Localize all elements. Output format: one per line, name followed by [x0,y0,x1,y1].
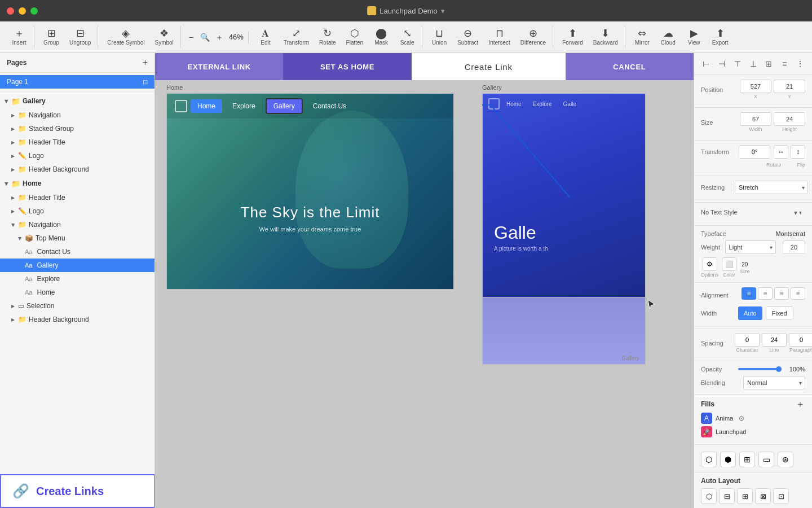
y-input[interactable] [774,80,805,93]
mirror-button[interactable]: ⇔ Mirror [630,26,655,48]
layer-navigation-home[interactable]: ▶ 📁 Navigation [0,218,155,231]
zoom-icon-button[interactable]: 🔍 [198,31,212,43]
line-spacing-input[interactable] [762,333,787,347]
create-symbol-button[interactable]: ◈ Create Symbol [103,26,149,48]
layer-header-title-gallery[interactable]: ▶ 📁 Header Title [0,135,155,149]
auto-layout-btn-1[interactable]: ⬡ [701,488,717,504]
align-left-edges[interactable]: ⊢ [699,56,713,71]
zoom-out-button[interactable]: − [186,31,197,43]
difference-button[interactable]: ⊕ Difference [516,26,550,48]
layer-logo-home[interactable]: ▶ ✏️ Logo [0,204,155,218]
gallery-artboard[interactable]: Home Explore Galle Galle A picture is wo… [482,93,646,297]
rotate-button[interactable]: ↻ Rotate [315,26,340,48]
symbol-button[interactable]: ❖ Symbol [151,26,178,48]
cancel-button[interactable]: CANCEL [566,53,694,80]
layer-contact-us[interactable]: Aa Contact Us [0,245,155,259]
home-artboard[interactable]: Home Explore Gallery Contact Us The Sky … [166,93,454,290]
flip-horizontal-button[interactable]: ↔ [774,145,788,159]
align-left-text[interactable]: ≡ [742,287,756,300]
plugin-icon-2[interactable]: ⬢ [720,452,736,467]
layer-header-title-home[interactable]: ▶ 📁 Header Title [0,191,155,204]
view-button[interactable]: ▶ View [682,26,707,48]
layer-navigation-gallery[interactable]: ▶ 📁 Navigation [0,108,155,122]
subtract-button[interactable]: ⊖ Subtract [453,26,483,48]
layer-header-bg-gallery[interactable]: ▶ 📁 Header Background [0,163,155,176]
layer-selection[interactable]: ▶ ▭ Selection [0,299,155,313]
plugin-icon-4[interactable]: ▭ [758,452,774,467]
layer-home-item[interactable]: Aa Home [0,286,155,299]
align-top-edges[interactable]: ⊥ [746,56,761,71]
cloud-button[interactable]: ☁ Cloud [656,26,681,48]
nav-gallery[interactable]: Gallery [266,98,303,114]
ungroup-button[interactable]: ⊟ Ungroup [65,26,95,48]
nav-contact[interactable]: Contact Us [306,99,353,113]
rotate-input[interactable] [739,145,770,159]
intersect-button[interactable]: ⊓ Intersect [484,26,514,48]
zoom-in-button[interactable]: ＋ [213,31,226,43]
plugin-icon-3[interactable]: ⊞ [739,452,755,467]
union-button[interactable]: ⊔ Union [427,26,452,48]
width-input[interactable] [740,112,771,126]
text-style-dropdown[interactable]: ▾ [794,209,797,217]
add-fill-button[interactable]: ＋ [795,399,805,409]
gallery-nav-home[interactable]: Home [502,99,526,110]
gallery-section-header[interactable]: ▶ 📁 Gallery [0,94,155,108]
text-color-button[interactable]: ⬜ [722,257,736,271]
mask-button[interactable]: ⬤ Mask [369,26,394,48]
flip-vertical-button[interactable]: ↕ [791,145,805,159]
edit-button[interactable]: 𝐀 Edit [253,26,278,48]
auto-layout-btn-5[interactable]: ⊡ [773,488,789,504]
align-right-text[interactable]: ≡ [774,287,789,300]
plugin-icon-5[interactable]: ⊛ [778,452,793,467]
anima-settings-button[interactable]: ⚙ [736,413,747,423]
backward-button[interactable]: ⬇ Backward [589,26,623,48]
page-item[interactable]: Page 1 ⊡ [0,75,155,89]
height-input[interactable] [774,112,805,126]
layer-top-menu[interactable]: ▶ 📦 Top Menu [0,231,155,245]
width-auto-button[interactable]: Auto [738,306,762,320]
layer-logo-gallery[interactable]: ▶ ✏️ Logo [0,149,155,163]
blending-select[interactable]: Normal Multiply Screen [743,376,805,389]
forward-button[interactable]: ⬆ Forward [558,26,588,48]
align-center-text[interactable]: ≡ [758,287,773,300]
layer-gallery-selected[interactable]: Aa Gallery [0,259,155,272]
close-button[interactable] [7,7,14,15]
export-button[interactable]: ⬆ Export [708,26,733,48]
layer-explore[interactable]: Aa Explore [0,272,155,286]
plugin-icon-1[interactable]: ⬡ [701,452,717,467]
transform-button[interactable]: ⤢ Transform [279,26,314,48]
insert-button[interactable]: ＋ Insert [7,26,32,48]
auto-layout-btn-3[interactable]: ⊞ [737,488,753,504]
auto-layout-btn-2[interactable]: ⊟ [719,488,735,504]
layer-stacked-group[interactable]: ▶ 📁 Stacked Group [0,122,155,135]
layer-header-bg-home[interactable]: ▶ 📁 Header Background [0,313,155,326]
create-links-button[interactable]: 🔗 Create Links [0,474,155,508]
set-as-home-button[interactable]: SET AS HOME [283,53,411,80]
text-options-button[interactable]: ⚙ [703,257,717,271]
scale-button[interactable]: ⤡ Scale [395,26,420,48]
weight-select[interactable]: Light Regular Bold [725,240,776,254]
fullscreen-button[interactable] [30,7,38,15]
external-link-button[interactable]: EXTERNAL LINK [155,53,283,80]
width-fixed-button[interactable]: Fixed [766,306,793,320]
distribute-h[interactable]: ⋮ [793,56,807,71]
para-spacing-input[interactable] [789,333,812,347]
align-right-edges[interactable]: ⊤ [730,56,745,71]
flatten-button[interactable]: ⬡ Flatten [342,26,368,48]
align-bottom-edges[interactable]: ≡ [777,56,792,71]
x-input[interactable] [740,80,771,93]
nav-explore[interactable]: Explore [226,99,262,113]
align-center-v[interactable]: ⊞ [761,56,776,71]
minimize-button[interactable] [19,7,26,15]
char-spacing-input[interactable] [735,333,760,347]
align-center-h[interactable]: ⊣ [714,56,729,71]
text-size-input[interactable] [783,240,805,254]
resizing-select[interactable]: Stretch Pin to Corner Resize Object Floa… [735,181,808,194]
nav-home[interactable]: Home [191,99,222,113]
home-section-header[interactable]: ▶ 📁 Home [0,176,155,191]
gallery-nav-gallery[interactable]: Galle [559,99,581,110]
gallery-nav-explore[interactable]: Explore [528,99,557,110]
add-page-button[interactable]: + [143,58,148,68]
auto-layout-btn-4[interactable]: ⊠ [755,488,771,504]
group-button[interactable]: ⊞ Group [39,26,64,48]
